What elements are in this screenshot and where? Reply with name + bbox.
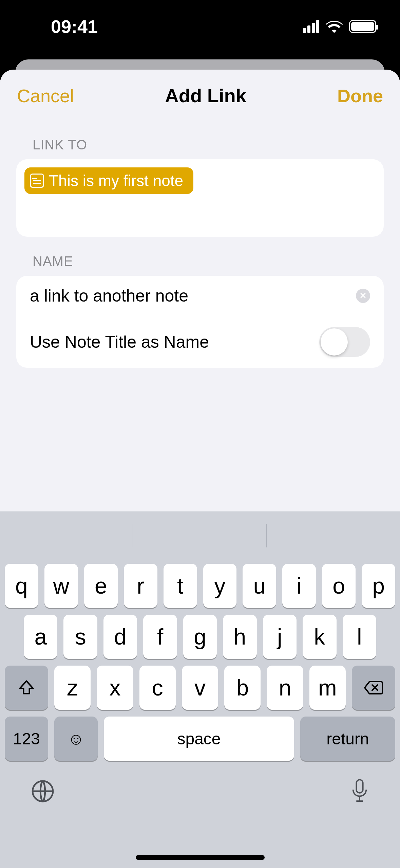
key-p[interactable]: p	[362, 564, 395, 608]
done-button[interactable]: Done	[337, 85, 383, 106]
emoji-key[interactable]: ☺	[54, 717, 98, 761]
suggestion-bar[interactable]	[0, 518, 400, 554]
key-row-1: q w e r t y u i o p	[5, 564, 395, 608]
sheet-header: Cancel Add Link Done	[0, 70, 400, 120]
microphone-icon	[350, 778, 369, 805]
backspace-icon	[363, 680, 384, 695]
key-t[interactable]: t	[164, 564, 197, 608]
key-s[interactable]: s	[63, 615, 97, 659]
key-b[interactable]: b	[224, 666, 261, 710]
wifi-icon	[325, 20, 343, 33]
home-indicator[interactable]	[136, 855, 265, 860]
key-m[interactable]: m	[309, 666, 346, 710]
cancel-button[interactable]: Cancel	[17, 85, 74, 106]
key-e[interactable]: e	[84, 564, 118, 608]
note-icon	[30, 174, 44, 188]
linked-note-chip[interactable]: This is my first note	[24, 167, 193, 194]
clear-text-button[interactable]	[356, 289, 370, 303]
keyboard-bottom-bar	[0, 761, 400, 813]
shift-key[interactable]	[5, 666, 48, 710]
key-u[interactable]: u	[243, 564, 276, 608]
key-y[interactable]: y	[203, 564, 237, 608]
key-o[interactable]: o	[322, 564, 356, 608]
key-r[interactable]: r	[124, 564, 157, 608]
status-icons	[303, 20, 376, 33]
use-title-toggle-label: Use Note Title as Name	[30, 332, 209, 352]
key-row-3: z x c v b n m	[5, 666, 395, 710]
key-row-4: 123 ☺ space return	[5, 717, 395, 761]
add-link-sheet: Cancel Add Link Done LINK TO This is my …	[0, 70, 400, 868]
svg-rect-1	[356, 780, 363, 793]
link-to-field[interactable]: This is my first note	[16, 159, 384, 237]
space-key[interactable]: space	[104, 717, 294, 761]
name-input[interactable]	[30, 286, 356, 306]
key-f[interactable]: f	[143, 615, 177, 659]
key-h[interactable]: h	[223, 615, 256, 659]
status-time: 09:41	[24, 16, 98, 37]
key-v[interactable]: v	[182, 666, 218, 710]
backspace-key[interactable]	[352, 666, 395, 710]
return-key[interactable]: return	[300, 717, 395, 761]
cellular-icon	[303, 20, 319, 33]
key-q[interactable]: q	[5, 564, 38, 608]
key-z[interactable]: z	[54, 666, 91, 710]
name-section-label: NAME	[0, 237, 400, 273]
sheet-title: Add Link	[165, 85, 246, 107]
numbers-key[interactable]: 123	[5, 717, 48, 761]
name-row	[16, 276, 384, 316]
emoji-icon: ☺	[68, 729, 84, 748]
key-l[interactable]: l	[343, 615, 376, 659]
linked-note-title: This is my first note	[49, 171, 183, 190]
name-card: Use Note Title as Name	[16, 276, 384, 368]
keyboard: q w e r t y u i o p a s d f g h j k l	[0, 511, 400, 868]
key-g[interactable]: g	[183, 615, 217, 659]
key-n[interactable]: n	[267, 666, 303, 710]
key-row-2: a s d f g h j k l	[5, 615, 395, 659]
shift-icon	[18, 679, 35, 697]
key-x[interactable]: x	[97, 666, 133, 710]
key-j[interactable]: j	[263, 615, 297, 659]
key-d[interactable]: d	[103, 615, 137, 659]
status-bar: 09:41	[0, 0, 400, 59]
use-title-toggle[interactable]	[319, 327, 370, 357]
key-a[interactable]: a	[24, 615, 57, 659]
key-c[interactable]: c	[139, 666, 176, 710]
key-k[interactable]: k	[303, 615, 336, 659]
dictation-key[interactable]	[350, 778, 369, 806]
use-title-toggle-row: Use Note Title as Name	[16, 316, 384, 368]
battery-icon	[349, 20, 376, 33]
globe-key[interactable]	[31, 779, 55, 804]
key-i[interactable]: i	[282, 564, 316, 608]
link-to-section-label: LINK TO	[0, 120, 400, 157]
xmark-icon	[360, 292, 366, 299]
key-w[interactable]: w	[44, 564, 78, 608]
toggle-knob	[321, 328, 348, 356]
globe-icon	[31, 779, 55, 803]
